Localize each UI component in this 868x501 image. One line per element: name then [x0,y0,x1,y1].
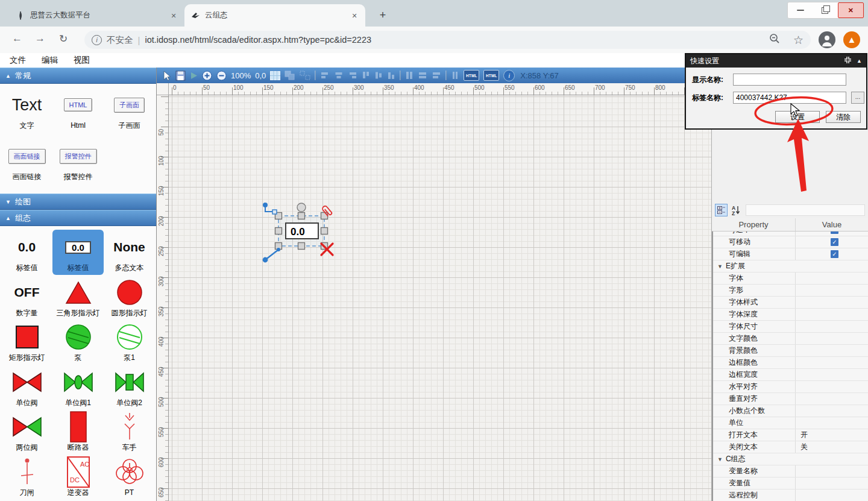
browser-tab-scada[interactable]: 云组态 ✕ [184,4,365,27]
property-value[interactable] [795,285,868,296]
palette-item-circle-indicator[interactable]: 圆形指示灯 [104,275,155,320]
html-preview-icon[interactable]: HTML [464,70,479,81]
distribute-horizontal-icon[interactable] [405,71,414,80]
palette-item-unit-valve[interactable]: 单位阀 [1,365,52,410]
property-value[interactable] [795,273,868,284]
property-row[interactable]: 单位 [713,417,868,429]
align-top-icon[interactable] [362,71,370,80]
palette-item-two-position-valve[interactable]: 两位阀 [1,409,52,455]
browser-tab-platform[interactable]: 思普云大数据平台 ✕ [10,4,184,27]
property-value[interactable] [795,405,868,417]
new-tab-button[interactable]: + [375,7,391,23]
back-icon[interactable]: ← [12,33,22,45]
grid-toggle-icon[interactable] [270,71,280,80]
property-value[interactable]: ✓ [795,232,868,236]
same-height-icon[interactable] [432,71,441,80]
property-row[interactable]: 可移动✓ [713,236,868,248]
palette-item-pump1[interactable]: 泵1 [104,320,155,365]
property-row[interactable]: 小数点个数 [713,405,868,417]
property-value[interactable]: ✓ [795,248,868,260]
zoom-in-icon[interactable] [202,71,212,81]
property-row[interactable]: 关闭文本关 [713,441,868,453]
property-filter-box[interactable] [746,204,865,216]
property-row[interactable]: 垂直对齐 [713,393,868,405]
palette-item-handcart[interactable]: 车手 [104,409,155,455]
profile-avatar[interactable] [819,31,835,48]
window-restore-button[interactable] [813,2,837,18]
property-value[interactable] [795,297,868,308]
reload-icon[interactable]: ↻ [59,33,68,45]
palette-item-breaker[interactable]: 断路器 [52,409,104,455]
set-button[interactable]: 设置 [775,111,820,123]
select-cursor-icon[interactable] [162,71,171,81]
property-category-row[interactable]: ▼E扩展 [713,260,868,273]
panel-header-drawing[interactable]: ▼ 绘图 [0,194,156,210]
palette-item-tag-value[interactable]: 0.0 标签值 [1,230,52,275]
palette-item-digital-value[interactable]: OFF 数字量 [1,275,52,320]
site-info-icon[interactable]: i [92,35,102,45]
palette-item-triangle-indicator[interactable]: 三角形指示灯 [52,275,104,320]
checkbox[interactable]: ✓ [831,238,838,246]
tab-close-icon[interactable]: ✕ [169,11,178,20]
property-value[interactable]: ✓ [795,236,868,248]
column-property[interactable]: Property [712,218,795,231]
ungroup-icon[interactable] [300,71,310,80]
column-value[interactable]: Value [795,218,868,231]
category-expand-icon[interactable]: ▼ [717,263,723,269]
property-row[interactable]: 变量值 [713,477,868,490]
save-icon[interactable] [175,71,186,81]
tag-name-input[interactable] [733,92,846,104]
property-row[interactable]: 边框颜色 [713,357,868,369]
align-bottom-icon[interactable] [387,71,395,80]
forward-icon[interactable]: → [35,33,45,45]
property-value[interactable] [795,477,868,489]
property-value[interactable] [795,309,868,320]
palette-item-sub-screen[interactable]: 子画面 子画面 [104,87,155,139]
property-row[interactable]: 远程控制 [713,490,868,501]
property-value[interactable] [795,321,868,332]
palette-item-multi-state-text[interactable]: None 多态文本 [104,230,155,275]
categorized-view-icon[interactable] [715,204,728,216]
palette-item-screen-link[interactable]: 画面链接 画面链接 [1,139,52,190]
group-icon[interactable] [285,71,295,80]
property-row[interactable]: 字体深度 [713,309,868,321]
property-row[interactable]: 边框宽度 [713,369,868,381]
palette-item-pump[interactable]: 泵 [52,320,104,365]
property-value[interactable] [795,381,868,392]
palette-item-text[interactable]: Text 文字 [1,87,52,139]
selected-widget[interactable]: 0.0 [258,200,340,268]
palette-item-tag-value-boxed[interactable]: 0.0 标签值 [52,230,104,275]
palette-item-unit-valve1[interactable]: 单位阀1 [52,365,104,410]
zoom-out-page-icon[interactable] [769,33,780,46]
url-field[interactable]: i 不安全 | iot.idosp.net/html/scada/editor.… [84,31,811,49]
checkbox[interactable]: ✓ [831,250,838,258]
property-value[interactable] [795,417,868,429]
property-row[interactable]: 打开文本开 [713,429,868,441]
property-row[interactable]: 可编辑✓ [713,248,868,260]
property-row[interactable]: 字体 [713,273,868,285]
align-left-icon[interactable] [320,71,330,80]
property-value[interactable] [795,357,868,368]
property-row[interactable]: 可选中✓ [713,232,868,236]
window-minimize-button[interactable] [788,2,813,18]
palette-item-unit-valve2[interactable]: 单位阀2 [104,365,155,410]
property-value[interactable] [795,345,868,356]
property-value[interactable] [795,333,868,344]
html-export-icon[interactable]: HTML [483,70,499,81]
property-row[interactable]: 字体样式 [713,297,868,309]
align-middle-icon[interactable] [374,71,383,80]
collapse-panel-icon[interactable]: ▲ [857,58,862,64]
palette-item-pt[interactable]: PT [104,455,155,500]
quick-settings-header[interactable]: 快速设置 ▲ [686,54,866,68]
alphabetical-sort-icon[interactable]: AZ [730,204,743,216]
checkbox[interactable]: ✓ [831,232,838,234]
property-row[interactable]: 背景颜色 [713,345,868,357]
property-value[interactable] [795,465,868,477]
palette-item-rect-indicator[interactable]: 矩形指示灯 [1,320,52,365]
property-category-row[interactable]: ▼C组态 [713,453,868,465]
same-size-icon[interactable] [451,71,459,80]
property-row[interactable]: 字体尺寸 [713,321,868,333]
property-row[interactable]: 水平对齐 [713,381,868,393]
tab-close-icon[interactable]: ✕ [350,11,359,20]
property-value[interactable] [795,369,868,380]
